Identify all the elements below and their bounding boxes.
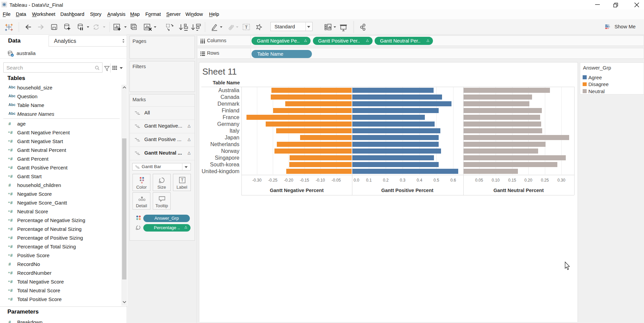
svg-text:T: T bbox=[181, 178, 184, 183]
svg-text:T: T bbox=[245, 25, 248, 30]
